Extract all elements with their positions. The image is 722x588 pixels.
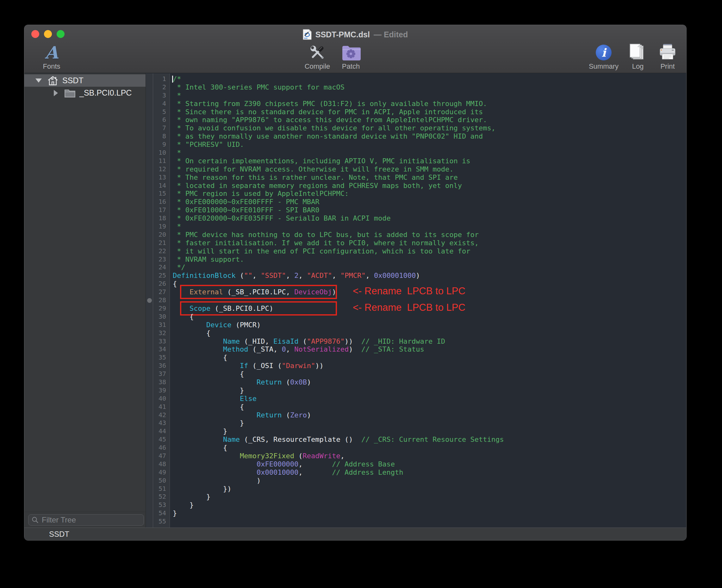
code-line-32[interactable]: 32 {	[146, 329, 686, 337]
code-line-16[interactable]: 16 * 0xFE000000~0xFE00FFFF - PMC MBAR	[146, 198, 686, 206]
filter-tree-input[interactable]	[41, 515, 141, 525]
summary-label: Summary	[589, 62, 618, 70]
code-line-11[interactable]: 11 * On certain implementations, includi…	[146, 157, 686, 165]
log-button[interactable]: Log	[625, 42, 650, 73]
code-line-45[interactable]: 45 Name (_CRS, ResourceTemplate () // _C…	[146, 436, 686, 444]
titlebar: DSL SSDT-PMC.dsl — Edited	[24, 25, 686, 42]
tree-row-ssdt[interactable]: SSDT	[24, 75, 146, 87]
print-button[interactable]: Print	[655, 42, 681, 73]
code-line-1[interactable]: 1/*	[146, 75, 686, 83]
code-line-39[interactable]: 39 }	[146, 386, 686, 395]
disclosure-expanded-icon[interactable]	[34, 79, 43, 83]
line-content: *	[170, 223, 686, 231]
code-line-10[interactable]: 10 *	[146, 149, 686, 157]
code-line-52[interactable]: 52 }	[146, 493, 686, 501]
line-content: }	[170, 386, 686, 395]
code-line-14[interactable]: 14 * located in separate memory regions …	[146, 182, 686, 190]
code-line-22[interactable]: 22 * it will start in the end of PCI con…	[146, 247, 686, 255]
code-line-23[interactable]: 23 * NVRAM support.	[146, 255, 686, 264]
code-line-9[interactable]: 9 * "PCHRESV" UID.	[146, 141, 686, 149]
line-content: * PMC device has nothing to do to LPC bu…	[170, 231, 686, 239]
line-content: }	[170, 419, 686, 427]
line-number: 19	[146, 223, 170, 231]
disclosure-collapsed-icon[interactable]	[51, 90, 60, 96]
code-line-43[interactable]: 43 }	[146, 419, 686, 427]
fonts-label: Fonts	[43, 62, 60, 70]
code-line-46[interactable]: 46 {	[146, 444, 686, 452]
code-line-55[interactable]: 55	[146, 518, 686, 526]
code-line-38[interactable]: 38 Return (0x0B)	[146, 378, 686, 386]
code-line-50[interactable]: 50 )	[146, 477, 686, 485]
tree-row-sb-pci0-lpc[interactable]: _SB.PCI0.LPC	[24, 87, 146, 99]
line-content: }	[170, 493, 686, 501]
code-line-8[interactable]: 8 * as they normally use another non-sta…	[146, 132, 686, 141]
info-circle-icon: i	[596, 45, 612, 60]
code-line-15[interactable]: 15 * PMC region is used by AppleIntelPCH…	[146, 190, 686, 198]
line-number: 42	[146, 411, 170, 419]
toolbar-center-group: Compile	[303, 42, 365, 73]
line-content: {	[170, 403, 686, 411]
code-line-21[interactable]: 21 * faster initialisation. If we add it…	[146, 239, 686, 247]
line-number: 30	[146, 313, 170, 321]
line-content: {	[170, 444, 686, 452]
code-editor[interactable]: 1/*2 * Intel 300-series PMC support for …	[146, 74, 686, 528]
line-number: 53	[146, 501, 170, 509]
code-line-18[interactable]: 18 * 0xFE020000~0xFE035FFF - SerialIo BA…	[146, 214, 686, 223]
line-number: 20	[146, 231, 170, 239]
code-line-44[interactable]: 44 }	[146, 427, 686, 436]
code-line-12[interactable]: 12 * required for NVRAM access. Otherwis…	[146, 165, 686, 173]
line-number: 26	[146, 280, 170, 288]
summary-button[interactable]: i Summary	[586, 42, 621, 73]
patch-button[interactable]: Patch	[336, 42, 365, 73]
line-content: * The reason for this is rather unclear.…	[170, 173, 686, 182]
code-line-7[interactable]: 7 * To avoid confusion we disable this d…	[146, 124, 686, 132]
fonts-button[interactable]: A Fonts	[37, 42, 66, 73]
code-line-54[interactable]: 54}	[146, 509, 686, 518]
code-line-4[interactable]: 4 * Starting from Z390 chipsets PMC (D31…	[146, 100, 686, 108]
code-line-37[interactable]: 37 {	[146, 370, 686, 378]
code-line-42[interactable]: 42 Return (Zero)	[146, 411, 686, 419]
code-line-24[interactable]: 24 */	[146, 263, 686, 272]
code-line-5[interactable]: 5 * Since there is no standard device fo…	[146, 108, 686, 116]
home-icon	[47, 76, 59, 86]
code-line-20[interactable]: 20 * PMC device has nothing to do to LPC…	[146, 231, 686, 239]
window-title-area: DSL SSDT-PMC.dsl — Edited	[24, 25, 686, 44]
code-line-48[interactable]: 48 0xFE000000, // Address Base	[146, 460, 686, 468]
code-line-19[interactable]: 19 *	[146, 223, 686, 231]
window-title: SSDT-PMC.dsl	[315, 30, 370, 39]
code-line-33[interactable]: 33 Name (_HID, EisaId ("APP9876")) // _H…	[146, 337, 686, 345]
code-line-40[interactable]: 40 Else	[146, 395, 686, 403]
code-line-30[interactable]: 30 {	[146, 313, 686, 321]
code-line-31[interactable]: 31 Device (PMCR)	[146, 321, 686, 329]
line-number: 17	[146, 206, 170, 214]
line-content: }	[170, 427, 686, 436]
line-content: }	[170, 509, 686, 518]
code-line-13[interactable]: 13 * The reason for this is rather uncle…	[146, 173, 686, 182]
code-line-49[interactable]: 49 0x00010000, // Address Length	[146, 468, 686, 477]
code-line-2[interactable]: 2 * Intel 300-series PMC support for mac…	[146, 83, 686, 91]
code-line-27[interactable]: 27 External (_SB_.PCI0.LPC, DeviceObj)<-…	[146, 288, 686, 296]
rename-annotation: <- Rename LPCB to LPC	[353, 287, 465, 295]
code-line-29[interactable]: 29 Scope (_SB.PCI0.LPC)<- Rename LPCB to…	[146, 304, 686, 313]
line-content: * 0xFE020000~0xFE035FFF - SerialIo BAR i…	[170, 214, 686, 223]
code-line-36[interactable]: 36 If (_OSI ("Darwin"))	[146, 362, 686, 370]
line-number: 25	[146, 272, 170, 280]
code-line-34[interactable]: 34 Method (_STA, 0, NotSerialized) // _S…	[146, 345, 686, 354]
code-line-41[interactable]: 41 {	[146, 403, 686, 411]
code-line-25[interactable]: 25DefinitionBlock ("", "SSDT", 2, "ACDT"…	[146, 272, 686, 280]
code-line-3[interactable]: 3 *	[146, 91, 686, 100]
line-content: * PMC region is used by AppleIntelPCHPMC…	[170, 190, 686, 198]
line-number: 28	[146, 296, 170, 304]
line-content: {	[170, 354, 686, 362]
code-line-6[interactable]: 6 * own naming "APP9876" to access this …	[146, 116, 686, 124]
line-content: * Starting from Z390 chipsets PMC (D31:F…	[170, 100, 686, 108]
code-line-47[interactable]: 47 Memory32Fixed (ReadWrite,	[146, 452, 686, 460]
code-line-51[interactable]: 51 })	[146, 485, 686, 493]
line-content: If (_OSI ("Darwin"))	[170, 362, 686, 370]
line-number: 31	[146, 321, 170, 329]
compile-button[interactable]: Compile	[303, 42, 332, 73]
code-line-53[interactable]: 53 }	[146, 501, 686, 509]
code-line-17[interactable]: 17 * 0xFE010000~0xFE010FFF - SPI BAR0	[146, 206, 686, 214]
status-path: SSDT	[49, 530, 69, 539]
code-line-35[interactable]: 35 {	[146, 354, 686, 362]
